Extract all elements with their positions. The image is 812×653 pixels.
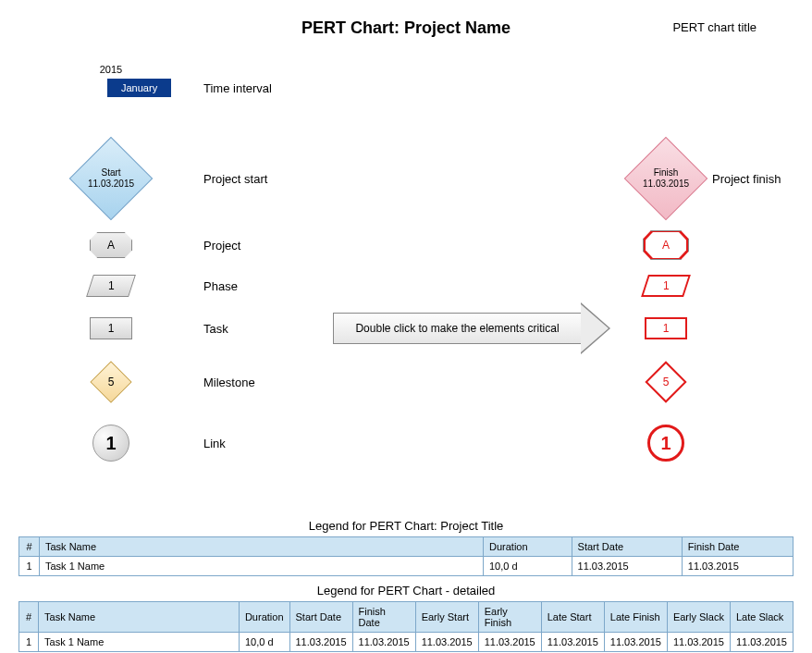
time-interval-shape: 2015 January bbox=[18, 79, 203, 97]
link-value: 1 bbox=[105, 433, 116, 454]
table2-c-lf: 11.03.2015 bbox=[604, 633, 667, 652]
phase-shape: 1 bbox=[18, 275, 203, 297]
project-start-label: Project start bbox=[203, 172, 333, 186]
table2-c-ls: 11.03.2015 bbox=[541, 633, 604, 652]
table2-c-sd: 11.03.2015 bbox=[289, 633, 352, 652]
table1-row: 1 Task 1 Name 10,0 d 11.03.2015 11.03.20… bbox=[19, 557, 794, 576]
link-value-red: 1 bbox=[660, 433, 671, 454]
table1-h-start: Start Date bbox=[572, 537, 682, 557]
phase-para-red: 1 bbox=[641, 275, 691, 297]
finish-text-date: 11.03.2015 bbox=[643, 179, 689, 190]
table2-c-es: 11.03.2015 bbox=[415, 633, 478, 652]
phase-value-red: 1 bbox=[663, 279, 670, 292]
year-label: 2015 bbox=[18, 64, 203, 75]
start-text-date: 11.03.2015 bbox=[88, 179, 134, 190]
finish-text-top: Finish bbox=[643, 167, 689, 179]
month-box: January bbox=[107, 79, 171, 97]
arrow-body: Double click to make the elements critic… bbox=[333, 313, 581, 344]
link-circle: 1 bbox=[92, 425, 129, 462]
table1-c-num: 1 bbox=[19, 557, 40, 576]
link-shape: 1 bbox=[18, 425, 203, 462]
table1-h-duration: Duration bbox=[484, 537, 572, 557]
project-octagon-red-wrap: A bbox=[643, 230, 689, 260]
chart-title: PERT Chart: Project Name bbox=[301, 18, 511, 37]
page-title: PERT Chart: Project Name PERT chart titl… bbox=[18, 18, 794, 38]
table1-c-name: Task 1 Name bbox=[40, 557, 484, 576]
table1-h-num: # bbox=[19, 537, 40, 557]
table1-c-start: 11.03.2015 bbox=[572, 557, 682, 576]
task-rect: 1 bbox=[90, 317, 132, 339]
phase-label: Phase bbox=[203, 279, 333, 293]
table2-c-fd: 11.03.2015 bbox=[352, 633, 415, 652]
table2-header-row: # Task Name Duration Start Date Finish D… bbox=[19, 602, 794, 633]
legend-area: 2015 January Time interval Start 11.03.2… bbox=[18, 66, 794, 510]
row-milestone: 5 Milestone 5 bbox=[18, 367, 794, 397]
table1: # Task Name Duration Start Date Finish D… bbox=[18, 536, 794, 576]
project-shape-red: A bbox=[629, 230, 703, 260]
table2-c-num: 1 bbox=[19, 633, 39, 652]
time-interval-label: Time interval bbox=[203, 81, 333, 95]
table1-h-name: Task Name bbox=[40, 537, 484, 557]
table2-h-fd: Finish Date bbox=[352, 602, 415, 633]
project-finish-label: Project finish bbox=[712, 172, 781, 186]
task-shape: 1 bbox=[18, 317, 203, 339]
row-phase: 1 Phase 1 bbox=[18, 275, 794, 297]
milestone-value: 5 bbox=[108, 376, 115, 388]
task-value: 1 bbox=[108, 322, 115, 335]
table1-h-finish: Finish Date bbox=[682, 537, 793, 557]
table1-c-finish: 11.03.2015 bbox=[682, 557, 793, 576]
link-label: Link bbox=[203, 437, 333, 450]
table2-title: Legend for PERT Chart - detailed bbox=[18, 584, 794, 598]
table2-h-lf: Late Finish bbox=[604, 602, 667, 633]
critical-arrow: Double click to make the elements critic… bbox=[333, 308, 610, 349]
table2-h-esk: Early Slack bbox=[667, 602, 730, 633]
phase-shape-red: 1 bbox=[629, 275, 703, 297]
milestone-label: Milestone bbox=[203, 376, 333, 389]
row-project: A Project A bbox=[18, 232, 794, 258]
task-shape-red: 1 bbox=[629, 317, 703, 339]
chart-title-label: PERT chart title bbox=[672, 20, 757, 34]
row-link: 1 Link 1 bbox=[18, 425, 794, 462]
phase-value: 1 bbox=[108, 279, 115, 292]
link-shape-red: 1 bbox=[629, 425, 703, 462]
row-start-finish: Start 11.03.2015 Project start Finish 11… bbox=[18, 149, 794, 208]
milestone-shape-red: 5 bbox=[629, 367, 703, 397]
milestone-diamond-red: 5 bbox=[645, 361, 686, 402]
finish-diamond: Finish 11.03.2015 bbox=[624, 137, 708, 221]
table2-row: 1 Task 1 Name 10,0 d 11.03.2015 11.03.20… bbox=[19, 633, 794, 652]
milestone-diamond: 5 bbox=[90, 361, 131, 402]
table2-c-esk: 11.03.2015 bbox=[667, 633, 730, 652]
row-task: 1 Task Double click to make the elements… bbox=[18, 317, 794, 339]
table2-h-ls: Late Start bbox=[541, 602, 604, 633]
start-diamond-text: Start 11.03.2015 bbox=[88, 167, 134, 190]
table2-c-name: Task 1 Name bbox=[39, 633, 240, 652]
project-value: A bbox=[107, 239, 115, 252]
table1-title: Legend for PERT Chart: Project Title bbox=[18, 519, 794, 533]
milestone-shape: 5 bbox=[18, 367, 203, 397]
table2-h-duration: Duration bbox=[239, 602, 289, 633]
row-time-interval: 2015 January Time interval bbox=[18, 79, 794, 97]
start-text-top: Start bbox=[88, 167, 134, 179]
finish-diamond-text: Finish 11.03.2015 bbox=[643, 167, 689, 190]
table2-h-lsk: Late Slack bbox=[730, 602, 793, 633]
project-octagon-red: A bbox=[646, 232, 686, 258]
table2-h-sd: Start Date bbox=[289, 602, 352, 633]
project-shape: A bbox=[18, 232, 203, 258]
milestone-value-red: 5 bbox=[663, 376, 670, 388]
table2-c-duration: 10,0 d bbox=[239, 633, 289, 652]
project-value-red: A bbox=[662, 239, 670, 252]
task-value-red: 1 bbox=[663, 322, 670, 335]
table2-h-ef: Early Finish bbox=[478, 602, 541, 633]
table2-h-num: # bbox=[19, 602, 39, 633]
table2-c-lsk: 11.03.2015 bbox=[730, 633, 793, 652]
start-diamond: Start 11.03.2015 bbox=[69, 137, 154, 221]
project-octagon: A bbox=[90, 232, 132, 258]
project-label: Project bbox=[203, 239, 333, 253]
table2-c-ef: 11.03.2015 bbox=[478, 633, 541, 652]
arrow-text: Double click to make the elements critic… bbox=[355, 322, 559, 335]
table2: # Task Name Duration Start Date Finish D… bbox=[18, 601, 794, 652]
link-circle-red: 1 bbox=[647, 425, 684, 462]
project-start-shape: Start 11.03.2015 bbox=[18, 149, 203, 208]
table1-c-duration: 10,0 d bbox=[484, 557, 572, 576]
arrow-head-icon bbox=[581, 302, 610, 354]
